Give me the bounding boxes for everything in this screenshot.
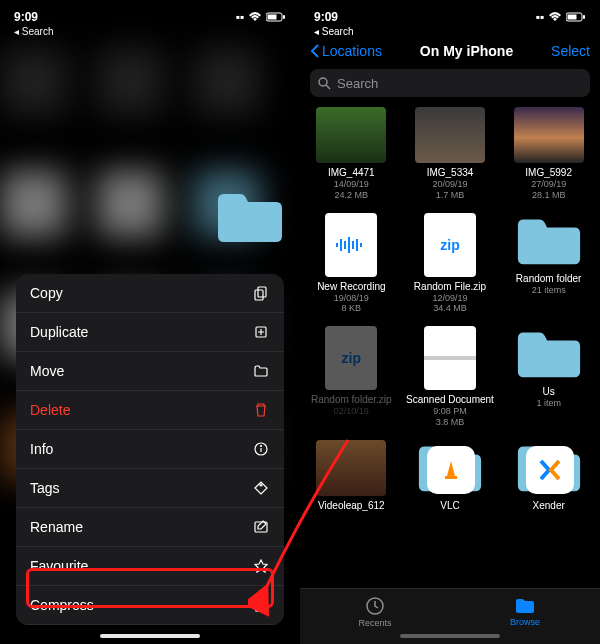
- file-meta: 24.2 MB: [306, 190, 397, 201]
- clock: 9:09: [314, 10, 338, 24]
- file-item[interactable]: Xender: [501, 436, 596, 516]
- file-item[interactable]: Scanned Document9:08 PM3.8 MB: [403, 322, 498, 432]
- tab-browse[interactable]: Browse: [450, 589, 600, 634]
- trash-icon: [252, 401, 270, 419]
- search-placeholder: Search: [337, 76, 378, 91]
- chevron-left-icon: [310, 44, 320, 58]
- nav-back-button[interactable]: Locations: [310, 43, 382, 59]
- file-name: Scanned Document: [405, 394, 496, 406]
- svg-rect-26: [356, 239, 358, 251]
- tab-recents[interactable]: Recents: [300, 589, 450, 634]
- file-item[interactable]: zipRandom folder.zip02/10/19: [304, 322, 399, 432]
- page-title: On My iPhone: [420, 43, 513, 59]
- folder-icon: [514, 597, 536, 615]
- ctx-label: Duplicate: [30, 324, 88, 340]
- wifi-icon: [548, 12, 562, 22]
- left-phone-contextmenu: 9:09 ▪▪ ◂ Search CopyDuplicateMoveDelete…: [0, 0, 300, 644]
- svg-rect-27: [360, 243, 362, 247]
- svg-point-11: [260, 484, 262, 486]
- file-name: Random File.zip: [405, 281, 496, 293]
- file-name: Xender: [503, 500, 594, 512]
- star-icon: [252, 557, 270, 575]
- select-button[interactable]: Select: [551, 43, 590, 59]
- breadcrumb-back[interactable]: ◂ Search: [300, 26, 600, 37]
- file-meta: 27/09/19: [503, 179, 594, 190]
- ctx-label: Compress: [30, 597, 94, 613]
- svg-rect-17: [568, 15, 577, 20]
- navbar: Locations On My iPhone Select: [300, 37, 600, 65]
- file-item[interactable]: IMG_447114/09/1924.2 MB: [304, 103, 399, 205]
- copy-icon: [252, 284, 270, 302]
- duplicate-icon: [252, 323, 270, 341]
- file-name: IMG_5992: [503, 167, 594, 179]
- file-meta: 8 KB: [306, 303, 397, 314]
- file-name: Random folder: [503, 273, 594, 285]
- status-icons: ▪▪: [535, 10, 586, 24]
- ctx-info[interactable]: Info: [16, 430, 284, 469]
- svg-rect-25: [352, 241, 354, 249]
- file-meta: 19/08/19: [306, 293, 397, 304]
- ctx-tags[interactable]: Tags: [16, 469, 284, 508]
- ctx-label: Rename: [30, 519, 83, 535]
- file-item[interactable]: zipRandom File.zip12/09/1934.4 MB: [403, 209, 498, 319]
- svg-rect-22: [340, 239, 342, 251]
- selected-folder[interactable]: [214, 190, 282, 244]
- file-item[interactable]: Us1 item: [501, 322, 596, 432]
- folder-icon: [252, 362, 270, 380]
- clock-icon: [365, 596, 385, 616]
- svg-rect-14: [256, 603, 266, 611]
- file-meta: 3.8 MB: [405, 417, 496, 428]
- archive-icon: [252, 596, 270, 614]
- file-name: Us: [503, 386, 594, 398]
- home-indicator[interactable]: [400, 634, 500, 638]
- file-meta: 9:08 PM: [405, 406, 496, 417]
- svg-rect-21: [336, 243, 338, 247]
- ctx-move[interactable]: Move: [16, 352, 284, 391]
- ctx-label: Move: [30, 363, 64, 379]
- search-icon: [318, 77, 331, 90]
- ctx-favourite[interactable]: Favourite: [16, 547, 284, 586]
- battery-icon: [566, 12, 586, 22]
- home-indicator[interactable]: [100, 634, 200, 638]
- file-item[interactable]: VLC: [403, 436, 498, 516]
- tab-label: Browse: [510, 617, 540, 627]
- ctx-label: Tags: [30, 480, 60, 496]
- ctx-copy[interactable]: Copy: [16, 274, 284, 313]
- ctx-duplicate[interactable]: Duplicate: [16, 313, 284, 352]
- file-item[interactable]: Videoleap_612: [304, 436, 399, 516]
- ctx-rename[interactable]: Rename: [16, 508, 284, 547]
- file-name: IMG_5334: [405, 167, 496, 179]
- file-name: Random folder.zip: [306, 394, 397, 406]
- file-item[interactable]: New Recording19/08/198 KB: [304, 209, 399, 319]
- ctx-label: Info: [30, 441, 53, 457]
- tab-label: Recents: [358, 618, 391, 628]
- right-phone-files: 9:09 ▪▪ ◂ Search Locations On My iPhone …: [300, 0, 600, 644]
- svg-point-19: [319, 78, 327, 86]
- file-name: IMG_4471: [306, 167, 397, 179]
- file-meta: 12/09/19: [405, 293, 496, 304]
- ctx-label: Delete: [30, 402, 70, 418]
- file-meta: 34.4 MB: [405, 303, 496, 314]
- file-meta: 02/10/19: [306, 406, 397, 417]
- search-input[interactable]: Search: [310, 69, 590, 97]
- file-meta: 21 items: [503, 285, 594, 296]
- file-meta: 20/09/19: [405, 179, 496, 190]
- file-grid: IMG_447114/09/1924.2 MBIMG_533420/09/191…: [300, 103, 600, 516]
- file-name: VLC: [405, 500, 496, 512]
- nav-back-label: Locations: [322, 43, 382, 59]
- ctx-delete[interactable]: Delete: [16, 391, 284, 430]
- file-name: Videoleap_612: [306, 500, 397, 512]
- file-meta: 1 item: [503, 398, 594, 409]
- info-icon: [252, 440, 270, 458]
- svg-line-20: [326, 85, 330, 89]
- ctx-compress[interactable]: Compress: [16, 586, 284, 625]
- file-item[interactable]: IMG_599227/09/1928.1 MB: [501, 103, 596, 205]
- ctx-label: Favourite: [30, 558, 88, 574]
- svg-point-10: [261, 446, 262, 447]
- file-meta: 14/09/19: [306, 179, 397, 190]
- svg-rect-18: [583, 15, 585, 19]
- file-item[interactable]: Random folder21 items: [501, 209, 596, 319]
- tag-icon: [252, 479, 270, 497]
- file-item[interactable]: IMG_533420/09/191.7 MB: [403, 103, 498, 205]
- rename-icon: [252, 518, 270, 536]
